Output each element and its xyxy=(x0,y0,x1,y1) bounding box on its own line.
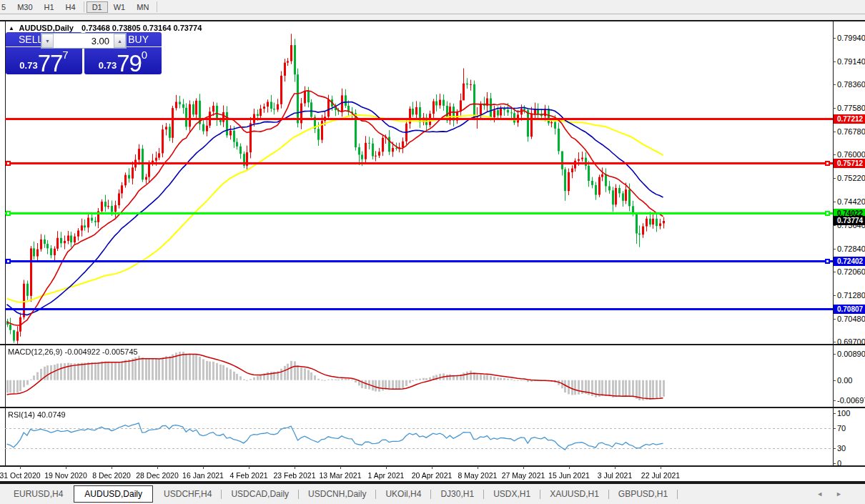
chart-tab-usdcad[interactable]: USDCAD,Daily xyxy=(222,486,298,502)
date-axis-label: 23 Feb 2021 xyxy=(274,471,316,480)
tab-scroll-right-icon[interactable]: ► xyxy=(836,490,855,498)
date-tick xyxy=(523,466,524,469)
tab-divider xyxy=(677,490,678,499)
axis-tick xyxy=(833,380,836,381)
line-endpoint-handle[interactable] xyxy=(825,211,830,216)
date-axis-label: 20 Apr 2021 xyxy=(412,471,453,480)
macd-axis-label: 0.008903 xyxy=(837,350,865,358)
date-tick xyxy=(615,466,616,469)
axis-tick xyxy=(833,108,836,109)
sell-price[interactable]: 0.73777 xyxy=(6,49,82,77)
rsi-name: RSI(14) xyxy=(8,410,35,419)
date-axis-label: 22 Jul 2021 xyxy=(641,471,680,480)
sell-price-sup: 7 xyxy=(62,49,68,61)
lot-size-input[interactable] xyxy=(54,34,114,48)
price-axis-label: 0.75220 xyxy=(837,174,865,182)
horizontal-level-line[interactable] xyxy=(5,162,833,164)
chart-tab-audusd[interactable]: AUDUSD,Daily xyxy=(74,485,153,503)
chart-tab-usdx[interactable]: USDX,H1 xyxy=(484,486,540,502)
macd-axis-label: -0.006977 xyxy=(837,396,865,405)
date-tick xyxy=(157,466,158,469)
macd-name: MACD(12,26,9) xyxy=(8,347,62,356)
date-tick xyxy=(432,466,432,469)
date-tick xyxy=(386,466,387,469)
line-endpoint-handle[interactable] xyxy=(825,259,830,264)
date-tick xyxy=(661,466,661,469)
chart-tab-eurusd[interactable]: EURUSD,H4 xyxy=(4,486,72,502)
chart-tab-usdchf[interactable]: USDCHF,H4 xyxy=(154,486,221,502)
price-axis-label: 0.74420 xyxy=(837,197,865,206)
axis-tick xyxy=(833,132,836,132)
buy-price[interactable]: 0.73790 xyxy=(84,49,162,77)
date-axis-label: 8 Dec 2020 xyxy=(92,471,131,480)
chart-tab-usdcnh[interactable]: USDCNH,Daily xyxy=(299,486,375,502)
date-tick xyxy=(295,466,295,469)
date-axis-label: 16 Jan 2021 xyxy=(182,471,224,480)
line-endpoint-handle[interactable] xyxy=(6,161,11,166)
rsi-axis-label: 0 xyxy=(837,459,841,468)
axis-tick xyxy=(833,319,836,320)
date-axis-label: 19 Nov 2020 xyxy=(44,471,87,480)
symbol-title: AUDUSD,Daily xyxy=(19,24,74,32)
horizontal-level-line[interactable] xyxy=(5,212,833,214)
line-endpoint-handle[interactable] xyxy=(825,161,830,166)
timeframe-button-5[interactable]: 5 xyxy=(0,1,11,13)
chart-tab-gbpusd[interactable]: GBPUSD,H1 xyxy=(609,486,677,502)
date-axis-label: 1 Apr 2021 xyxy=(368,471,405,480)
horizontal-level-line[interactable] xyxy=(5,308,833,310)
horizontal-level-line[interactable] xyxy=(5,260,833,262)
rsi-canvas[interactable] xyxy=(5,408,833,465)
buy-price-prefix: 0.73 xyxy=(99,60,117,71)
axis-tick xyxy=(833,342,836,342)
axis-tick xyxy=(833,413,836,414)
line-endpoint-handle[interactable] xyxy=(6,211,11,216)
axis-tick xyxy=(833,448,836,449)
axis-tick xyxy=(833,61,836,62)
axis-tick xyxy=(833,400,836,401)
timeframe-button-w1[interactable]: W1 xyxy=(108,1,132,13)
tab-scroll-left-icon[interactable]: ◄ xyxy=(816,490,836,498)
toolbar-strip xyxy=(0,14,865,20)
timeframe-button-h1[interactable]: H1 xyxy=(39,1,60,13)
axis-tick xyxy=(833,249,836,249)
timeframe-button-d1[interactable]: D1 xyxy=(86,1,108,13)
date-axis-label: 4 Feb 2021 xyxy=(229,471,267,480)
date-tick xyxy=(478,466,478,469)
price-axis-label: 0.72840 xyxy=(837,244,865,253)
axis-tick xyxy=(833,84,836,85)
timeframe-button-m30[interactable]: M30 xyxy=(11,1,38,13)
lot-size-spinner: ▼ ▲ xyxy=(41,33,127,49)
axis-tick xyxy=(833,272,836,272)
rsi-axis-label: 30 xyxy=(837,444,846,453)
chart-header: ▲ AUDUSD,Daily 0.73468 0.73805 0.73164 0… xyxy=(9,24,202,32)
timeframe-toolbar: 5M30H1H4D1W1MN xyxy=(0,0,865,14)
date-axis-label: 27 May 2021 xyxy=(502,471,545,480)
spin-up-icon: ▲ xyxy=(117,39,122,44)
date-tick xyxy=(249,466,249,469)
level-price-badge: 0.72402 xyxy=(834,257,865,266)
chart-tab-dj30[interactable]: DJ30,H1 xyxy=(431,486,483,502)
horizontal-level-line[interactable] xyxy=(5,118,833,120)
timeframe-button-h4[interactable]: H4 xyxy=(60,1,81,13)
date-tick xyxy=(66,466,66,469)
lot-decrease-button[interactable]: ▼ xyxy=(41,34,54,48)
lot-increase-button[interactable]: ▲ xyxy=(114,34,126,48)
current-price-badge: 0.73774 xyxy=(834,216,865,225)
price-axis-label: 0.78360 xyxy=(837,80,865,89)
chart-tab-xauusd[interactable]: XAUUSD,H1 xyxy=(540,486,608,502)
collapse-icon[interactable]: ▲ xyxy=(9,25,14,31)
axis-tick xyxy=(833,178,836,179)
date-tick xyxy=(569,466,570,469)
date-tick xyxy=(112,466,112,469)
rsi-label: RSI(14) 40.0749 xyxy=(8,410,66,419)
chart-tab-ukoil[interactable]: UKOil,H4 xyxy=(376,486,430,502)
date-tick xyxy=(340,466,341,469)
price-axis-label: 0.77580 xyxy=(837,104,865,112)
axis-tick xyxy=(833,428,836,429)
date-tick xyxy=(20,466,21,469)
timeframe-button-mn[interactable]: MN xyxy=(131,1,154,13)
rsi-axis-label: 100 xyxy=(837,409,850,417)
price-axis-label: 0.72060 xyxy=(837,267,865,276)
line-endpoint-handle[interactable] xyxy=(6,259,11,264)
macd-values: -0.004922 -0.005745 xyxy=(64,347,137,356)
